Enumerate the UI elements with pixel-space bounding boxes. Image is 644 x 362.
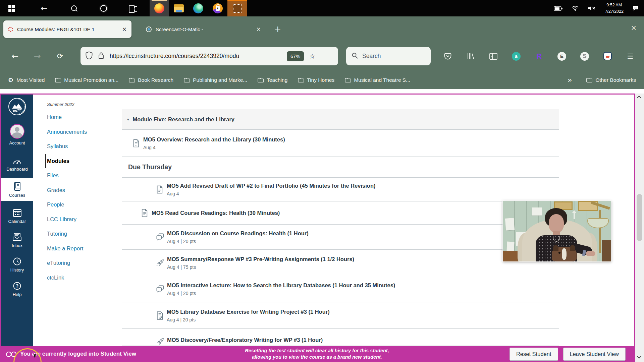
extension-s-icon[interactable]: S: [579, 51, 590, 62]
tab-title: Screencast-O-Matic -: [156, 26, 254, 32]
item-title[interactable]: MO5 Read Course Readings: Health (30 Min…: [152, 210, 280, 216]
action-center-icon[interactable]: [632, 5, 639, 11]
url-text[interactable]: https://lcc.instructure.com/courses/2243…: [110, 53, 284, 60]
hamburger-menu-icon[interactable]: ☰: [625, 51, 636, 62]
collapse-caret-icon[interactable]: ▾: [127, 117, 129, 122]
sidebar-toggle-icon[interactable]: [488, 51, 499, 62]
item-title[interactable]: MO5 Overview: Research and the Library (…: [143, 136, 285, 143]
course-nav-people[interactable]: People: [45, 197, 102, 212]
scrollbar-thumb[interactable]: [637, 194, 642, 241]
item-title[interactable]: MO5 Discovery/Free/Exploratory Writing f…: [167, 337, 323, 343]
forward-button[interactable]: →: [32, 41, 43, 71]
course-nav-tutoring[interactable]: Tutoring: [45, 227, 102, 241]
item-title[interactable]: MO5 Summary/Response WP #3 Pre-Writing A…: [167, 256, 354, 262]
tab-close-icon[interactable]: ×: [256, 26, 261, 33]
taskbar-avast-button[interactable]: [208, 0, 227, 16]
module-item-library-database-exercise[interactable]: MO5 Library Database Exercise for Writin…: [122, 302, 559, 329]
sidebar-item-history[interactable]: History: [1, 257, 33, 273]
tab-screencast[interactable]: Screencast-O-Matic - ×: [141, 20, 266, 38]
task-view-button[interactable]: [123, 0, 142, 16]
reset-student-button[interactable]: Reset Student: [509, 348, 558, 361]
item-title[interactable]: MO5 Add Revised Draft of WP #2 to Final …: [167, 183, 375, 189]
sidebar-item-account[interactable]: Account: [1, 124, 33, 145]
module-item-interactive-lecture[interactable]: MO5 Interactive Lecture: How to Search t…: [122, 276, 559, 302]
wifi-icon[interactable]: [572, 5, 579, 11]
cortana-icon: [100, 5, 107, 12]
sidebar-item-courses[interactable]: Courses: [1, 178, 33, 201]
extension-evernote-icon[interactable]: E: [556, 51, 568, 62]
leave-student-view-button[interactable]: Leave Student View: [563, 348, 626, 361]
module-item-discussion-health[interactable]: MO5 Discussion on Course Readings: Healt…: [122, 225, 559, 250]
course-nav-grades[interactable]: Grades: [45, 183, 102, 198]
discussion-icon: [156, 285, 164, 293]
bookmark-folder[interactable]: Teaching: [257, 77, 287, 83]
module-subheader: Due Thursday: [122, 157, 559, 178]
course-nav-ctclink[interactable]: ctcLink: [45, 270, 102, 285]
webcam-video-overlay[interactable]: [503, 201, 611, 261]
extension-rakuten-icon[interactable]: R: [533, 51, 545, 62]
battery-icon[interactable]: [554, 6, 563, 11]
course-nav-modules[interactable]: Modules: [45, 154, 102, 169]
window-close-button[interactable]: ×: [631, 24, 637, 32]
windows-logo-icon: [8, 5, 15, 12]
extension-amazon-assistant-icon[interactable]: a: [511, 51, 522, 62]
lock-icon[interactable]: [98, 52, 104, 61]
course-nav-syllabus[interactable]: Syllabus: [45, 139, 102, 154]
new-tab-button[interactable]: +: [274, 24, 281, 34]
taskbar-back-button[interactable]: ←: [34, 0, 54, 16]
other-bookmarks[interactable]: Other Bookmarks: [586, 77, 636, 83]
bookmark-folder[interactable]: Musical Promotion an...: [55, 77, 118, 83]
sidebar-item-dashboard[interactable]: Dashboard: [1, 156, 33, 172]
bookmark-most-visited[interactable]: ⚙Most Visited: [8, 76, 45, 83]
module-item-read-course-readings[interactable]: MO5 Read Course Readings: Health (30 Min…: [122, 201, 559, 225]
page-scrollbar[interactable]: [635, 94, 644, 362]
url-bar[interactable]: https://lcc.instructure.com/courses/2243…: [80, 47, 338, 65]
course-nav-etutoring[interactable]: eTutoring: [45, 256, 102, 270]
start-button[interactable]: [2, 0, 21, 16]
cortana-button[interactable]: [94, 0, 113, 16]
bookmark-folder[interactable]: Tiny Homes: [298, 77, 334, 83]
extension-smiley-icon[interactable]: [602, 51, 613, 62]
course-nav-make-a-report[interactable]: Make a Report: [45, 241, 102, 256]
taskbar-edge-button[interactable]: [189, 0, 208, 16]
course-nav-lcc-library[interactable]: LCC Library: [45, 212, 102, 227]
course-nav-announcements[interactable]: Announcements: [45, 125, 102, 139]
volume-muted-icon[interactable]: [588, 5, 596, 11]
sidebar-item-calendar[interactable]: Calendar: [1, 208, 33, 224]
bookmark-folder[interactable]: Book Research: [128, 77, 173, 83]
taskbar-explorer-button[interactable]: [169, 0, 189, 16]
back-button[interactable]: ←: [9, 41, 21, 71]
module-header[interactable]: ▾ Module Five: Research and the Library: [122, 109, 559, 130]
module-item-overview[interactable]: MO5 Overview: Research and the Library (…: [122, 130, 559, 157]
tab-course-modules[interactable]: Course Modules: ENGL&101 DE 1 ×: [3, 20, 131, 38]
course-nav-home[interactable]: Home: [45, 110, 102, 125]
module-item-discovery-writing[interactable]: MO5 Discovery/Free/Exploratory Writing f…: [122, 329, 559, 346]
taskbar-clock[interactable]: 9:52 AM 7/27/2022: [605, 2, 624, 15]
bookmark-folder[interactable]: Musical and Theatre S...: [344, 77, 410, 83]
taskbar-firefox-button[interactable]: [150, 0, 169, 16]
scroll-up-icon[interactable]: [637, 96, 641, 100]
item-title[interactable]: MO5 Library Database Exercise for Writin…: [167, 309, 330, 315]
tab-close-icon[interactable]: ×: [122, 26, 127, 33]
sidebar-item-help[interactable]: ? Help: [1, 282, 33, 297]
bookmark-star-icon[interactable]: ☆: [309, 52, 315, 60]
pocket-icon[interactable]: [442, 51, 453, 62]
search-bar[interactable]: Search: [346, 47, 431, 65]
student-view-message: Resetting the test student will clear al…: [235, 348, 399, 360]
course-nav-files[interactable]: Files: [45, 168, 102, 183]
module-item-summary-response[interactable]: MO5 Summary/Response WP #3 Pre-Writing A…: [122, 250, 559, 276]
zoom-level-badge[interactable]: 67%: [287, 51, 304, 61]
school-logo[interactable]: LOWER COLUMBIA COLLEGE: [1, 97, 33, 116]
item-title[interactable]: MO5 Interactive Lecture: How to Search t…: [167, 282, 395, 289]
library-icon[interactable]: [465, 51, 476, 62]
tracking-protection-shield-icon[interactable]: [85, 51, 93, 61]
scroll-down-icon[interactable]: [637, 354, 641, 359]
module-item-revised-draft[interactable]: MO5 Add Revised Draft of WP #2 to Final …: [122, 178, 559, 201]
taskbar-search-button[interactable]: [64, 0, 84, 16]
bookmarks-overflow-chevron[interactable]: »: [568, 76, 571, 84]
bookmark-folder[interactable]: Publishing and Marke...: [183, 77, 247, 83]
item-title[interactable]: MO5 Discussion on Course Readings: Healt…: [167, 230, 309, 237]
reload-button[interactable]: ⟳: [54, 41, 66, 71]
sidebar-item-inbox[interactable]: Inbox: [1, 233, 33, 248]
taskbar-screencast-button[interactable]: [227, 0, 247, 16]
